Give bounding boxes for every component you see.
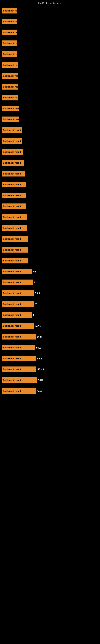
bar-label: Bottleneck result	[2, 312, 32, 318]
bar-label: Bottleneck result	[2, 356, 36, 361]
bar-row: Bottleneck result54.8	[2, 332, 96, 342]
bar-row: Bottleneck resu	[2, 60, 96, 70]
bar-row: Bottleneck result4	[2, 310, 96, 320]
bar-label: Bottleneck result	[2, 225, 27, 231]
bar-row: Bottleneck result	[2, 136, 96, 146]
bar-label: Bottleneck result	[2, 388, 36, 394]
bar-label: Bottleneck re	[2, 8, 17, 14]
bar-row: Bottleneck resu	[2, 92, 96, 103]
bar-label: Bottleneck res	[2, 40, 17, 46]
bar-row: Bottleneck resu	[2, 82, 96, 92]
bar-row: Bottleneck result	[2, 125, 96, 136]
site-title: TheBottlenecker.com	[0, 0, 100, 6]
bar-label: Bottleneck result	[2, 258, 28, 264]
bar-label: Bottleneck result	[2, 269, 32, 274]
bar-value: 56%	[38, 379, 43, 382]
bar-label: Bottleneck resu	[2, 84, 18, 90]
bar-row: Bottleneck result51	[2, 277, 96, 288]
bar-row: Bottleneck result	[2, 223, 96, 233]
bar-label: Bottleneck result	[2, 323, 34, 329]
bar-row: Bottleneck result	[2, 234, 96, 244]
bar-label: Bottleneck result	[2, 377, 37, 383]
bar-value: 54.8	[37, 335, 42, 338]
bar-label: Bottleneck resu	[2, 116, 19, 122]
bar-label: Bottleneck result	[2, 366, 36, 372]
bar-row: Bottleneck result54%	[2, 386, 96, 396]
bar-label: Bottleneck resu	[2, 106, 19, 111]
bar-label: Bottleneck resu	[2, 62, 18, 68]
bar-row: Bottleneck result54.2	[2, 342, 96, 353]
bar-label: Bottleneck result	[2, 290, 34, 296]
bar-label: Bottleneck result	[2, 149, 23, 155]
bar-row: Bottleneck result	[2, 212, 96, 222]
bar-label: Bottleneck res	[2, 19, 17, 24]
bar-value: 53%	[35, 324, 41, 328]
bar-row: Bottleneck result	[2, 168, 96, 179]
bar-label: Bottleneck result	[2, 280, 33, 285]
bar-value: 54.2	[36, 346, 41, 349]
bar-label: Bottleneck result	[2, 247, 28, 252]
bar-value: 54%	[37, 390, 42, 393]
bar-row: Bottleneck result53%	[2, 320, 96, 331]
bar-row: Bottleneck res	[2, 49, 96, 59]
bar-label: Bottleneck res	[2, 51, 17, 57]
bar-row: Bottleneck result	[2, 147, 96, 157]
bar-row: Bottleneck result49	[2, 266, 96, 277]
bar-value: 51.	[35, 303, 38, 306]
bar-value: 55.1	[37, 357, 42, 360]
bar-row: Bottleneck re	[2, 6, 96, 16]
bar-row: Bottleneck result55.49	[2, 364, 96, 374]
bar-label: Bottleneck result	[2, 171, 25, 176]
bar-label: Bottleneck res	[2, 73, 18, 79]
bar-label: Bottleneck resu	[2, 95, 18, 100]
bar-row: Bottleneck result	[2, 256, 96, 266]
bar-row: Bottleneck result55.1	[2, 353, 96, 364]
bar-row: Bottleneck res	[2, 71, 96, 81]
bar-label: Bottleneck result	[2, 182, 26, 187]
bar-label: Bottleneck result	[2, 128, 22, 133]
bar-value: 49	[33, 270, 36, 273]
bar-row: Bottleneck res	[2, 16, 96, 27]
bar-value: 53.1	[35, 292, 40, 295]
bar-label: Bottleneck result	[2, 345, 35, 350]
chart-area: Bottleneck reBottleneck resBottleneck re…	[0, 6, 100, 401]
bar-row: Bottleneck result53.1	[2, 288, 96, 298]
bar-row: Bottleneck result51.	[2, 299, 96, 309]
bar-row: Bottleneck resu	[2, 114, 96, 124]
bar-value: 51	[34, 281, 37, 284]
bar-label: Bottleneck res	[2, 30, 17, 35]
bar-row: Bottleneck result	[2, 158, 96, 168]
bar-row: Bottleneck resu	[2, 103, 96, 114]
bar-label: Bottleneck result	[2, 301, 34, 307]
bar-label: Bottleneck result	[2, 192, 26, 198]
bar-row: Bottleneck result	[2, 244, 96, 255]
bar-row: Bottleneck res	[2, 38, 96, 48]
bar-label: Bottleneck result	[2, 236, 28, 242]
bar-row: Bottleneck res	[2, 27, 96, 38]
bar-value: 4	[33, 314, 34, 316]
bar-row: Bottleneck result56%	[2, 375, 96, 386]
bar-label: Bottleneck result	[2, 214, 27, 220]
bar-row: Bottleneck result	[2, 179, 96, 190]
bar-label: Bottleneck result	[2, 204, 26, 209]
bar-value: 55.49	[37, 368, 44, 371]
bar-label: Bottleneck result	[2, 160, 24, 166]
bar-label: Bottleneck result	[2, 138, 22, 144]
bar-row: Bottleneck result	[2, 190, 96, 201]
bar-row: Bottleneck result	[2, 201, 96, 212]
bar-label: Bottleneck result	[2, 334, 36, 340]
